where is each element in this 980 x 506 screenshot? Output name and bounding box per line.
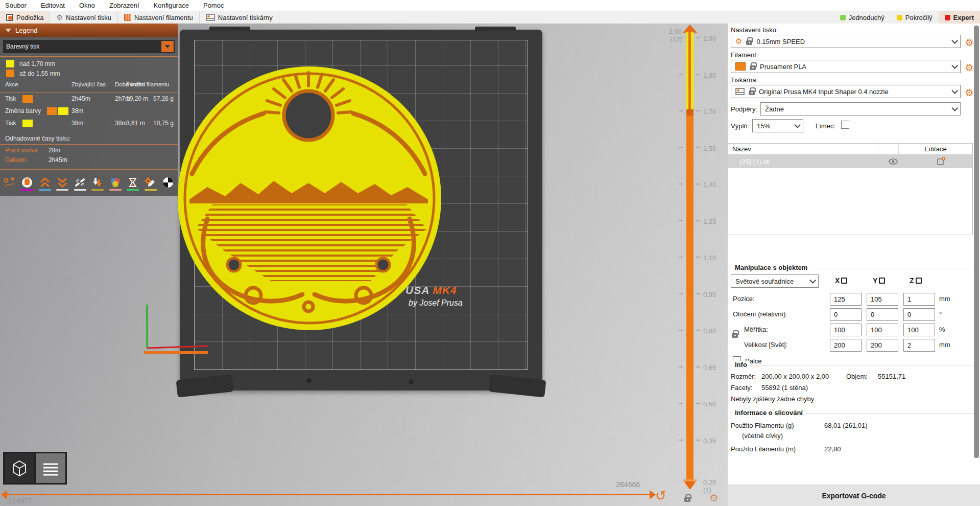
brim-checkbox[interactable] xyxy=(841,121,849,129)
legend-item-label: nad 1,70 mm xyxy=(19,60,55,67)
print-settings-combo[interactable]: ⚙ 0.15mm SPEED xyxy=(731,35,961,48)
layers-view-button[interactable] xyxy=(36,453,65,483)
chevrons-down-toggle[interactable] xyxy=(56,177,69,191)
hslider-track[interactable] xyxy=(7,494,650,495)
volume-value: 55151,71 xyxy=(878,373,905,380)
scale-x-input[interactable] xyxy=(830,324,862,336)
printer-combo[interactable]: Original Prusa MK4 Input Shaper 0.4 nozz… xyxy=(731,85,961,98)
filament-combo[interactable]: Prusament PLA xyxy=(731,60,961,73)
mode-advanced-button[interactable]: Pokročilý xyxy=(891,11,939,24)
color-circles-icon xyxy=(109,177,122,188)
print-settings-value: 0.15mm SPEED xyxy=(756,38,805,45)
travel-path-toggle[interactable] xyxy=(3,177,16,191)
collapse-triangle-icon[interactable] xyxy=(5,29,11,32)
chevron-down-icon xyxy=(951,87,958,94)
legend-header[interactable]: Legend xyxy=(0,24,178,37)
position-x-input[interactable] xyxy=(830,293,862,306)
layer-slider-bottom-thumb[interactable] xyxy=(683,479,697,490)
layer-tick-dash xyxy=(679,440,683,441)
slider-gear-icon[interactable]: ⚙ xyxy=(709,492,719,504)
printer-gear-button[interactable]: ⚙ xyxy=(964,87,975,99)
mode-simple-button[interactable]: Jednoduchý xyxy=(834,11,891,24)
layer-tick: 1,70 xyxy=(703,108,728,116)
layer-tick-dash xyxy=(696,366,700,367)
scale-y-input[interactable] xyxy=(867,324,898,336)
uniform-scale-lock-icon[interactable] xyxy=(732,333,738,338)
layer-tick-dash xyxy=(679,37,683,38)
filament-spool-icon xyxy=(124,14,131,21)
color-change-toggle[interactable] xyxy=(109,177,122,191)
first-layer-row: První vrstva: 28m xyxy=(0,147,178,156)
hslider-left-arrow-icon[interactable] xyxy=(1,490,7,499)
horizontal-move-slider[interactable]: 264666 214977 xyxy=(0,486,728,506)
edit-settings-toggle[interactable] xyxy=(144,177,157,191)
3d-view-button[interactable] xyxy=(5,453,34,483)
menu-pomoc[interactable]: Pomoc xyxy=(203,2,224,9)
position-z-input[interactable] xyxy=(903,293,935,306)
size-row: Velikost [Svět]: mm xyxy=(744,339,973,352)
size-label: Rozměr: xyxy=(731,373,756,380)
object-row[interactable]: (25) (1).stl xyxy=(728,155,972,168)
edit-column-header: Editace xyxy=(898,144,972,154)
center-of-mass-toggle[interactable] xyxy=(162,177,175,191)
sliced-model[interactable] xyxy=(177,65,442,331)
unlock-icon[interactable] xyxy=(684,497,690,502)
mode-expert-button[interactable]: Expert xyxy=(939,11,980,24)
pause-print-toggle[interactable] xyxy=(91,177,105,191)
chevron-down-icon xyxy=(951,105,958,111)
supports-combo[interactable]: Žádné xyxy=(760,102,961,116)
coordinates-combo[interactable]: Světové souřadnice xyxy=(731,274,819,288)
export-gcode-button[interactable]: Exportovat G-code xyxy=(728,485,980,506)
chevrons-up-toggle[interactable] xyxy=(38,177,52,191)
pause-hand-toggle[interactable] xyxy=(21,177,34,191)
menu-konfigurace[interactable]: Konfigurace xyxy=(154,2,189,9)
rotation-x-input[interactable] xyxy=(830,308,862,321)
menu-zobrazeni[interactable]: Zobrazení xyxy=(109,2,139,9)
retraction-toggle[interactable] xyxy=(74,177,87,191)
size-x-input[interactable] xyxy=(830,339,862,352)
hourglass-icon xyxy=(127,177,139,188)
sidebar-scrollbar[interactable] xyxy=(974,26,979,458)
menu-okno[interactable]: Okno xyxy=(79,2,95,9)
position-row: Pozice: mm xyxy=(733,293,973,306)
view-type-select[interactable]: Barevný tisk xyxy=(3,40,175,53)
layer-tick-dash xyxy=(679,74,683,75)
scale-z-input[interactable] xyxy=(903,324,935,336)
layer-slider[interactable]: 2,00 (13) 0,20 (1) 2,00 1,85 1,70 1,55 1… xyxy=(656,24,728,506)
custom-gcode-toggle[interactable] xyxy=(127,177,140,191)
filament-gear-button[interactable]: ⚙ xyxy=(964,62,975,74)
color-swatch xyxy=(22,95,33,103)
mode-switcher: Jednoduchý Pokročilý Expert xyxy=(834,11,980,24)
size-z-input[interactable] xyxy=(903,339,935,352)
size-y-input[interactable] xyxy=(867,339,898,352)
view-type-dropdown-button[interactable] xyxy=(161,41,174,52)
view-type-value: Barevný tisk xyxy=(6,43,39,50)
filament-value: Prusament PLA xyxy=(760,63,806,71)
total-time-row: Celkem: 2h45m xyxy=(0,156,178,166)
rotation-y-input[interactable] xyxy=(867,308,898,321)
eye-toggle[interactable] xyxy=(878,158,909,165)
menu-editovat[interactable]: Editovat xyxy=(41,2,65,9)
edit-object-button[interactable] xyxy=(909,158,972,165)
tab-printer-settings[interactable]: Nastavení tiskárny xyxy=(200,11,279,24)
layer-tick-dash xyxy=(696,220,700,221)
slicing-info-panel: Informace o slicování Použito Filamentu … xyxy=(730,413,975,474)
tab-print-settings[interactable]: ⚙ Nastavení tisku xyxy=(50,11,117,24)
position-y-input[interactable] xyxy=(867,293,898,306)
size-value: 200,00 x 200,00 x 2,00 xyxy=(761,373,829,380)
tab-printer-label: Nastavení tiskárny xyxy=(218,14,273,21)
layer-tick-dash xyxy=(679,257,683,258)
layer-slider-track[interactable] xyxy=(686,32,694,486)
checkerboard-icon xyxy=(162,177,174,188)
layer-tick-dash xyxy=(696,403,700,404)
rotation-z-input[interactable] xyxy=(903,308,935,321)
legend-item: nad 1,70 mm xyxy=(0,59,178,68)
tab-plater[interactable]: Podložka xyxy=(0,11,50,24)
print-settings-gear-button[interactable]: ⚙ xyxy=(964,37,975,49)
layer-tick: 1,85 xyxy=(703,72,728,79)
menu-soubor[interactable]: Soubor xyxy=(5,2,27,9)
tab-filament-settings[interactable]: Nastavení filamentu xyxy=(118,11,200,24)
tab-filament-label: Nastavení filamentu xyxy=(134,14,193,21)
green-dot-icon xyxy=(840,15,846,20)
infill-combo[interactable]: 15% xyxy=(752,119,803,132)
